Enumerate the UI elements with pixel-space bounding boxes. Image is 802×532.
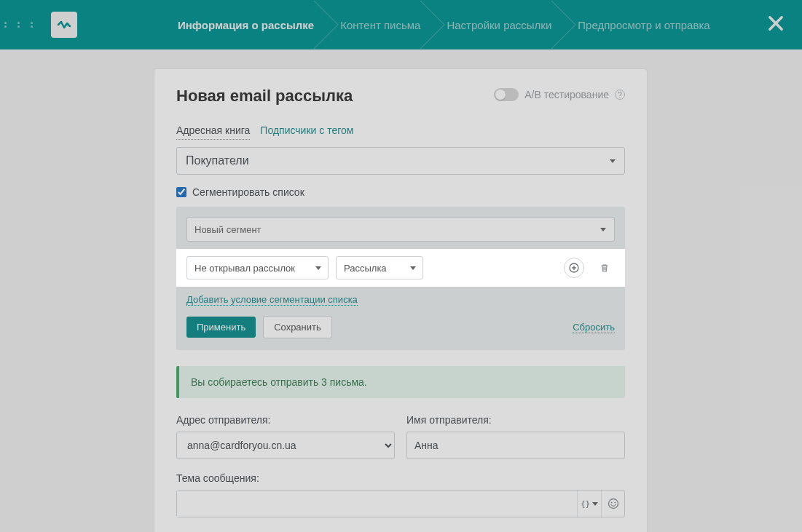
close-icon[interactable] bbox=[766, 13, 786, 33]
chevron-down-icon bbox=[410, 266, 416, 270]
svg-point-1 bbox=[608, 499, 618, 509]
reset-link[interactable]: Сбросить bbox=[573, 322, 615, 333]
segment-checkbox[interactable] bbox=[176, 187, 186, 197]
subject-field: {} bbox=[176, 490, 625, 517]
chevron-down-icon bbox=[592, 502, 598, 506]
subject-input[interactable] bbox=[177, 491, 577, 517]
step-settings[interactable]: Настройки рассылки bbox=[433, 0, 565, 49]
condition-type-select[interactable]: Не открывал рассылок bbox=[186, 256, 329, 279]
svg-point-3 bbox=[614, 502, 616, 504]
ab-label: A/B тестирование bbox=[524, 89, 609, 100]
svg-point-2 bbox=[610, 502, 612, 504]
wizard-steps: Информация о рассылке Контент письма Нас… bbox=[165, 0, 723, 49]
address-book-value: Покупатели bbox=[186, 154, 249, 167]
step-content[interactable]: Контент письма bbox=[327, 0, 433, 49]
add-icon[interactable] bbox=[564, 258, 584, 278]
save-segment-button[interactable]: Сохранить bbox=[263, 316, 332, 338]
chevron-down-icon bbox=[610, 159, 616, 163]
chevron-down-icon bbox=[600, 228, 606, 231]
add-condition-link[interactable]: Добавить условие сегментации списка bbox=[186, 294, 358, 306]
step-preview[interactable]: Предпросмотр и отправка bbox=[565, 0, 723, 49]
tab-address-book[interactable]: Адресная книга bbox=[176, 124, 250, 140]
tab-tagged[interactable]: Подписчики с тегом bbox=[260, 124, 353, 140]
emoji-icon[interactable] bbox=[601, 491, 624, 517]
chevron-down-icon bbox=[315, 266, 321, 270]
sender-address-select[interactable]: anna@cardforyou.cn.ua bbox=[176, 432, 395, 459]
segment-actions: Применить Сохранить Сбросить bbox=[186, 316, 615, 338]
send-count-alert: Вы собираетесь отправить 3 письма. bbox=[176, 366, 625, 398]
sender-address-label: Адрес отправителя: bbox=[176, 414, 395, 426]
address-book-select[interactable]: Покупатели bbox=[176, 147, 625, 175]
apply-button[interactable]: Применить bbox=[186, 317, 256, 338]
trash-icon[interactable] bbox=[594, 258, 615, 278]
top-bar: Информация о рассылке Контент письма Нас… bbox=[0, 0, 802, 49]
segment-checkbox-label: Сегментировать список bbox=[192, 186, 304, 198]
list-tabs: Адресная книга Подписчики с тегом bbox=[176, 124, 625, 140]
sender-name-label: Имя отправителя: bbox=[406, 414, 625, 426]
segment-select[interactable]: Новый сегмент bbox=[186, 217, 615, 242]
variables-icon[interactable]: {} bbox=[578, 491, 601, 517]
help-icon[interactable]: ? bbox=[615, 90, 625, 100]
drag-handle[interactable] bbox=[0, 22, 38, 28]
toggle-switch[interactable] bbox=[494, 88, 519, 101]
ab-test-toggle[interactable]: A/B тестирование ? bbox=[494, 88, 625, 101]
sender-name-input[interactable] bbox=[406, 432, 625, 459]
subject-label: Тема сообщения: bbox=[176, 472, 625, 484]
app-logo bbox=[51, 12, 77, 38]
segment-checkbox-row[interactable]: Сегментировать список bbox=[176, 186, 625, 198]
step-info[interactable]: Информация о рассылке bbox=[165, 0, 327, 49]
campaign-card: Новая email рассылка A/B тестирование ? … bbox=[154, 68, 648, 532]
